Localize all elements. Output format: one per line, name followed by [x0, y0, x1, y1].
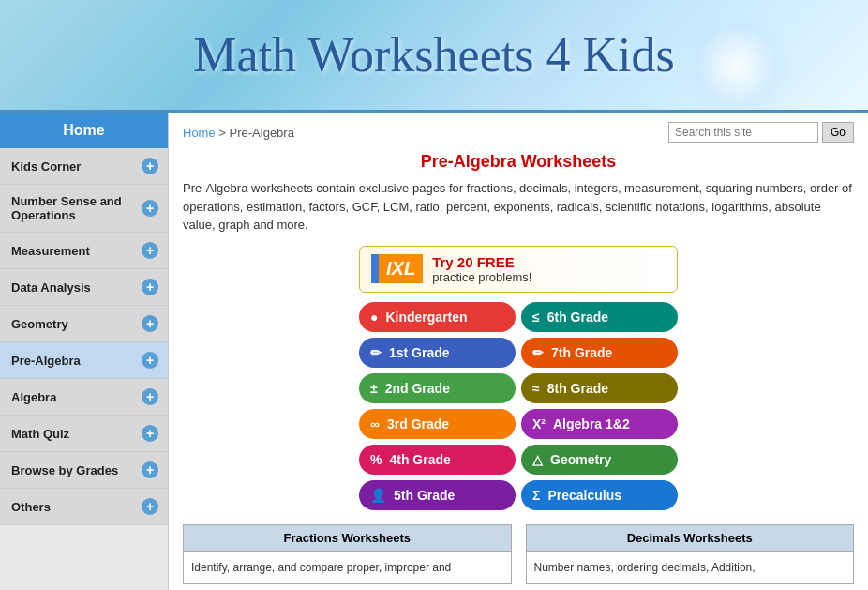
sidebar-item-geometry[interactable]: Geometry + — [0, 306, 168, 342]
site-header: Math Worksheets 4 Kids — [0, 0, 868, 113]
sidebar-label: Math Quiz — [11, 427, 69, 441]
grade-btn-3rd[interactable]: ∞ 3rd Grade — [359, 409, 516, 439]
main-layout: Home Kids Corner + Number Sense and Oper… — [0, 113, 868, 590]
grade-btn-1st[interactable]: ✏ 1st Grade — [359, 338, 516, 368]
6th-icon: ≤ — [532, 310, 540, 325]
expand-icon: + — [142, 352, 158, 369]
geometry-icon: △ — [532, 452, 543, 467]
grade-btn-label: 3rd Grade — [387, 416, 449, 431]
grade-btn-6th[interactable]: ≤ 6th Grade — [521, 302, 678, 332]
ad-text: Try 20 FREE practice problems! — [432, 254, 531, 284]
grade-btn-label: Precalculus — [547, 488, 621, 503]
sidebar-item-math-quiz[interactable]: Math Quiz + — [0, 416, 168, 452]
sidebar-item-others[interactable]: Others + — [0, 489, 168, 525]
2nd-icon: ± — [370, 381, 378, 396]
sidebar-label: Pre-Algebra — [11, 354, 81, 368]
sidebar-label: Others — [11, 500, 51, 514]
grade-btn-4th[interactable]: % 4th Grade — [359, 445, 516, 475]
sidebar: Home Kids Corner + Number Sense and Oper… — [0, 113, 169, 590]
sidebar-item-pre-algebra[interactable]: Pre-Algebra + — [0, 342, 168, 379]
grade-btn-label: 1st Grade — [389, 345, 450, 360]
grade-btn-2nd[interactable]: ± 2nd Grade — [359, 373, 516, 403]
grade-btn-label: 2nd Grade — [385, 381, 450, 396]
grade-btn-label: Kindergarten — [385, 310, 467, 325]
ixl-logo: IXL — [371, 254, 423, 283]
grade-btn-label: 5th Grade — [394, 488, 455, 503]
ad-banner[interactable]: IXL Try 20 FREE practice problems! — [359, 246, 678, 293]
grade-btn-label: 8th Grade — [547, 381, 608, 396]
breadcrumb: Home > Pre-Algebra — [183, 126, 294, 140]
sidebar-item-kids-corner[interactable]: Kids Corner + — [0, 148, 168, 185]
expand-icon: + — [142, 461, 158, 478]
grade-btn-8th[interactable]: ≈ 8th Grade — [521, 373, 678, 403]
3rd-icon: ∞ — [370, 416, 380, 431]
grade-btn-kindergarten[interactable]: ● Kindergarten — [359, 302, 516, 332]
sidebar-label: Browse by Grades — [11, 463, 118, 477]
grade-btn-label: Geometry — [550, 452, 611, 467]
5th-icon: 👤 — [370, 488, 386, 503]
breadcrumb-separator: > — [218, 126, 226, 140]
expand-icon: + — [142, 315, 158, 332]
fractions-worksheet-box: Fractions Worksheets Identify, arrange, … — [183, 524, 512, 584]
grade-btn-algebra[interactable]: X² Algebra 1&2 — [521, 409, 678, 439]
worksheets-row: Fractions Worksheets Identify, arrange, … — [183, 524, 854, 584]
grade-btn-5th[interactable]: 👤 5th Grade — [359, 480, 516, 510]
precalculus-icon: Σ — [532, 488, 540, 503]
algebra-icon: X² — [532, 416, 546, 431]
expand-icon: + — [142, 158, 158, 174]
page-title: Pre-Algebra Worksheets — [183, 152, 854, 172]
decimals-worksheet-box: Decimals Worksheets Number names, orderi… — [526, 524, 855, 584]
sidebar-item-algebra[interactable]: Algebra + — [0, 379, 168, 416]
sidebar-label: Data Analysis — [11, 280, 91, 295]
sidebar-label: Kids Corner — [11, 159, 81, 174]
search-area: Go — [668, 122, 854, 143]
search-button[interactable]: Go — [822, 122, 854, 143]
sidebar-item-data-analysis[interactable]: Data Analysis + — [0, 269, 168, 306]
sidebar-item-number-sense[interactable]: Number Sense and Operations + — [0, 185, 168, 233]
1st-icon: ✏ — [370, 345, 382, 360]
7th-icon: ✏ — [532, 345, 544, 360]
breadcrumb-current: Pre-Algebra — [230, 126, 294, 140]
grade-btn-precalculus[interactable]: Σ Precalculus — [521, 480, 678, 510]
grade-btn-geometry[interactable]: △ Geometry — [521, 445, 678, 475]
expand-icon: + — [142, 242, 158, 259]
expand-icon: + — [142, 388, 158, 405]
fractions-body: Identify, arrange, and compare proper, i… — [184, 552, 511, 583]
4th-icon: % — [370, 452, 382, 467]
sidebar-home[interactable]: Home — [0, 113, 168, 148]
sidebar-label: Algebra — [11, 390, 56, 404]
grade-btn-label: 4th Grade — [389, 452, 450, 467]
sidebar-item-browse-grades[interactable]: Browse by Grades + — [0, 452, 168, 489]
kindergarten-icon: ● — [370, 310, 378, 325]
fractions-title: Fractions Worksheets — [184, 525, 511, 552]
expand-icon: + — [142, 279, 158, 295]
expand-icon: + — [142, 498, 158, 515]
main-content: Home > Pre-Algebra Go Pre-Algebra Worksh… — [169, 113, 868, 590]
decimals-title: Decimals Worksheets — [527, 525, 854, 552]
grade-btn-7th[interactable]: ✏ 7th Grade — [521, 338, 678, 368]
grade-btn-label: Algebra 1&2 — [553, 416, 630, 431]
sidebar-label: Measurement — [11, 244, 90, 258]
top-bar: Home > Pre-Algebra Go — [183, 122, 854, 143]
search-input[interactable] — [668, 122, 818, 143]
site-title: Math Worksheets 4 Kids — [193, 27, 674, 83]
sidebar-label: Geometry — [11, 317, 68, 331]
8th-icon: ≈ — [532, 381, 540, 396]
grade-buttons-grid: ● Kindergarten ≤ 6th Grade ✏ 1st Grade ✏… — [359, 302, 678, 510]
expand-icon: + — [142, 425, 158, 442]
grade-btn-label: 7th Grade — [551, 345, 612, 360]
breadcrumb-home[interactable]: Home — [183, 126, 216, 140]
decimals-body: Number names, ordering decimals, Additio… — [527, 552, 854, 583]
ad-sub-text: practice problems! — [432, 270, 531, 284]
sidebar-label: Number Sense and Operations — [11, 194, 142, 222]
grade-btn-label: 6th Grade — [547, 310, 608, 325]
ad-main-text: Try 20 FREE — [432, 254, 515, 270]
page-description: Pre-Algebra worksheets contain exclusive… — [183, 179, 854, 234]
sidebar-item-measurement[interactable]: Measurement + — [0, 233, 168, 269]
expand-icon: + — [142, 200, 158, 217]
